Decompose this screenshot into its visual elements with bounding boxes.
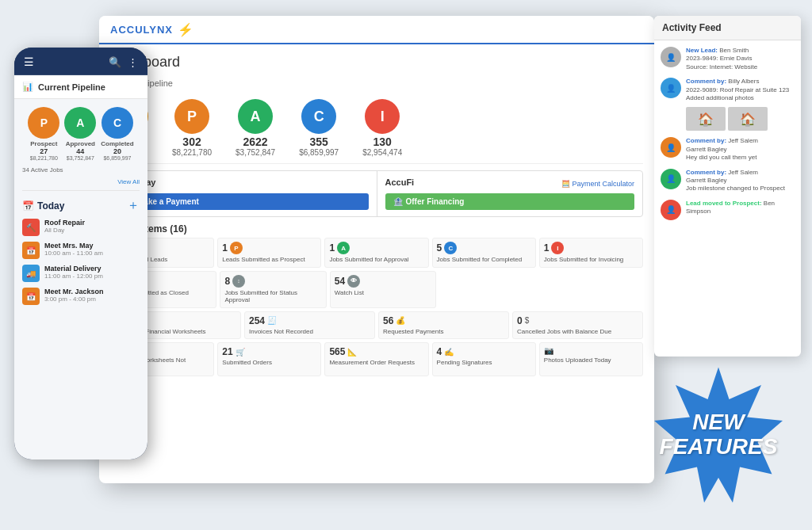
feed-bold-2: Comment by: xyxy=(686,78,728,85)
action-status-approval[interactable]: 8 ↕ Jobs Submitted for Status Approval xyxy=(220,271,326,308)
roof-repair-time: All Day xyxy=(44,227,85,234)
menu-icon[interactable]: ☰ xyxy=(24,55,34,68)
action-pending-signatures[interactable]: 4 ✍️ Pending Signatures xyxy=(432,342,536,376)
pipeline-section-label: Current Pipeline xyxy=(110,78,643,88)
accupay-accufi-row: AccuPay 💳 Take a Payment AccuFi 🧮 Paymen… xyxy=(110,170,643,217)
prospect-amount: $8,221,780 xyxy=(28,155,59,161)
phone-pipeline-completed: C Completed 20 $6,859,997 xyxy=(101,107,133,161)
feed-item-comment-1: 👤 Comment by: Billy Albers 2022-9089: Ro… xyxy=(661,78,795,131)
pipeline-C: C 355 $6,859,997 xyxy=(299,99,339,157)
browser-bar: ACCULYNX ⚡ xyxy=(99,16,654,44)
action-jobs-submitted-completed[interactable]: 5 C Jobs Submitted for Completed xyxy=(432,238,536,268)
today-section: 📅 Today ＋ 🔨 Roof Repair All Day 📅 Meet M… xyxy=(14,191,147,305)
activity-feed-items: 👤 New Lead: Ben Smith 2023-9849: Ernie D… xyxy=(654,40,801,357)
pipeline-row: L 341 — P 302 $8,221,780 A 2622 $3,752,8… xyxy=(110,93,643,164)
action-cancelled-jobs[interactable]: 0 $ Cancelled Jobs with Balance Due xyxy=(512,311,643,340)
view-all-link[interactable]: View All xyxy=(14,178,147,190)
activity-feed-header: Activity Feed xyxy=(654,16,801,40)
feed-item-new-lead: 👤 New Lead: Ben Smith 2023-9849: Ernie D… xyxy=(661,47,795,71)
phone-pipeline-prospect: P Prospect 27 $8,221,780 xyxy=(28,107,59,161)
action-invoices-not-recorded[interactable]: 254 🧾 Invoices Not Recorded xyxy=(244,311,375,340)
action-photos-uploaded[interactable]: 📷 Photos Uploaded Today xyxy=(539,342,643,376)
action-row-3: 1745 📄 Submitted Financial Worksheets 25… xyxy=(110,311,643,340)
delivery-title: Material Delivery xyxy=(44,265,103,273)
feed-item-comment-3: 👤 Comment by: Jeff Salem Garrett BagleyJ… xyxy=(661,169,795,193)
pipeline-I: I 130 $2,954,474 xyxy=(362,99,402,157)
p-icon: P xyxy=(230,242,243,254)
action-items-header: Action Items (16) xyxy=(110,223,643,234)
phone-pipeline-approved: A Approved 44 $3,752,847 xyxy=(64,107,96,161)
feed-avatar-5: 👤 xyxy=(661,200,681,220)
meet-jackson-title: Meet Mr. Jackson xyxy=(44,288,104,296)
pipeline-A: A 2622 $3,752,847 xyxy=(236,99,275,157)
phone-header: ☰ 🔍 ⋮ xyxy=(14,48,147,75)
search-icon[interactable]: 🔍 xyxy=(109,56,121,68)
payment-calculator-button[interactable]: 🧮 Payment Calculator xyxy=(561,180,634,188)
arrows-icon: ↕ xyxy=(232,275,245,288)
prospect-circle: P xyxy=(28,107,59,139)
completed-count: 20 xyxy=(101,147,133,155)
meet-jackson-icon: 📅 xyxy=(22,288,40,305)
feed-thumb-2: 🏠 xyxy=(728,107,768,131)
phone-pipeline-circles: P Prospect 27 $8,221,780 A Approved 44 $… xyxy=(14,99,147,164)
more-icon[interactable]: ⋮ xyxy=(128,56,138,68)
take-payment-button[interactable]: 💳 Take a Payment xyxy=(119,193,369,210)
logo-icon: ⚡ xyxy=(178,22,194,37)
camera-icon: 📷 xyxy=(544,346,553,355)
action-leads-submitted-prospect[interactable]: 1 P Leads Submitted as Prospect xyxy=(217,238,321,268)
feed-avatar-2: 👤 xyxy=(661,78,681,98)
accufi-label: AccuFi xyxy=(385,177,415,187)
roof-repair-title: Roof Repair xyxy=(44,219,85,227)
approved-label: Approved xyxy=(64,140,96,147)
today-item-material-delivery: 🚚 Material Delivery 11:00 am - 12:00 pm xyxy=(22,265,140,282)
meet-may-time: 10:00 am - 11:00 am xyxy=(44,250,103,257)
approved-amount: $3,752,847 xyxy=(64,155,96,161)
browser-content: Dashboard Current Pipeline L 341 — P 302… xyxy=(99,44,654,483)
feed-bold-4: Comment by: xyxy=(686,169,728,176)
feed-thumb-1: 🏠 xyxy=(686,107,726,131)
pipeline-section: Current Pipeline L 341 — P 302 $8,221,78… xyxy=(110,78,643,164)
dollar-icon: $ xyxy=(525,316,530,325)
binoculars-icon: 👁 xyxy=(347,275,360,288)
action-requested-payments[interactable]: 56 💰 Requested Payments xyxy=(378,311,509,340)
c-icon: C xyxy=(444,242,457,254)
approved-circle: A xyxy=(64,107,96,139)
feed-bold-3: Comment by: xyxy=(686,137,728,144)
feed-avatar-4: 👤 xyxy=(661,169,681,189)
action-jobs-submitted-approval[interactable]: 1 A Jobs Submitted for Approval xyxy=(324,238,428,268)
meet-may-title: Meet Mrs. May xyxy=(44,242,103,250)
action-row-4: 📝 Contract Worksheets Not Recorded 21 🛒 … xyxy=(110,342,643,376)
offer-financing-button[interactable]: 🏦 Offer Financing xyxy=(385,193,635,210)
roof-repair-icon: 🔨 xyxy=(22,219,40,236)
pipeline-I-circle: I xyxy=(365,99,400,134)
desktop-browser: ACCULYNX ⚡ Dashboard Current Pipeline L … xyxy=(99,16,654,483)
pipeline-P-circle: P xyxy=(174,99,209,134)
action-submitted-orders[interactable]: 21 🛒 Submitted Orders xyxy=(217,342,321,376)
signature-icon: ✍️ xyxy=(444,348,454,357)
feed-bold-5: Lead moved to Prospect: xyxy=(686,200,764,207)
accufi-section: AccuFi 🧮 Payment Calculator 🏦 Offer Fina… xyxy=(377,171,643,216)
meet-may-icon: 📅 xyxy=(22,242,40,259)
accupay-section: AccuPay 💳 Take a Payment xyxy=(111,171,377,216)
action-watch-list[interactable]: 54 👁 Watch List xyxy=(330,271,436,308)
completed-circle: C xyxy=(102,107,133,139)
pipeline-I-count: 130 xyxy=(362,135,402,148)
new-features-text: NEW FEATURES xyxy=(660,410,778,459)
cart-icon: 🛒 xyxy=(236,348,245,357)
action-measurement-orders[interactable]: 565 📐 Measurement Order Requests xyxy=(324,342,428,376)
calendar-icon: 📅 xyxy=(22,200,34,212)
action-jobs-submitted-invoicing[interactable]: 1 I Jobs Submitted for Invoicing xyxy=(539,238,643,268)
pipeline-P-count: 302 xyxy=(172,135,212,148)
i-icon: I xyxy=(551,242,564,254)
add-event-button[interactable]: ＋ xyxy=(127,197,140,214)
delivery-time: 11:00 am - 12:00 pm xyxy=(44,273,103,280)
today-item-roof-repair: 🔨 Roof Repair All Day xyxy=(22,219,140,236)
action-row-2: 15 ✓ Jobs Submitted as Closed 8 ↕ Jobs S… xyxy=(110,271,643,308)
pipeline-C-circle: C xyxy=(301,99,336,134)
accupay-label: AccuPay xyxy=(119,177,369,187)
active-jobs-label: 34 Active Jobs xyxy=(14,164,147,178)
today-header: 📅 Today ＋ xyxy=(22,197,140,214)
activity-feed-panel: Activity Feed 👤 New Lead: Ben Smith 2023… xyxy=(654,16,801,357)
feed-bold-1: New Lead: xyxy=(686,47,719,54)
pipeline-P: P 302 $8,221,780 xyxy=(172,99,212,157)
